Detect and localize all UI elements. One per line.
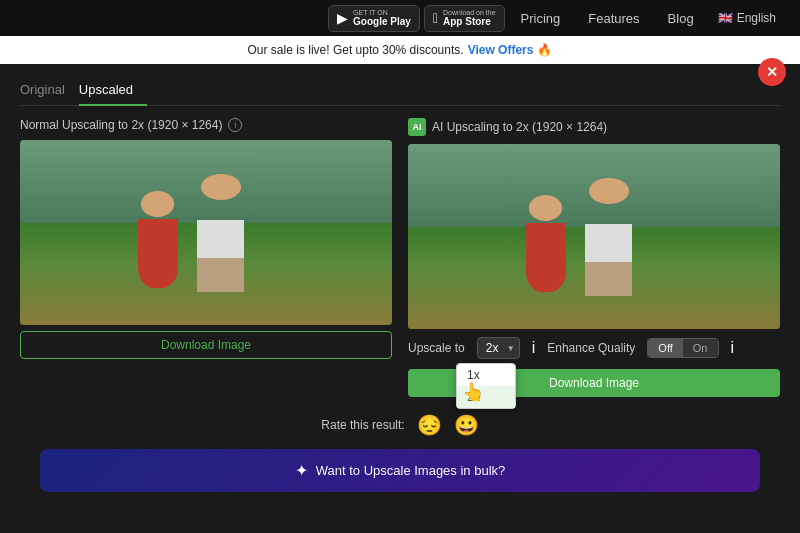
tab-original[interactable]: Original <box>20 76 79 105</box>
happy-emoji-button[interactable]: 😀 <box>454 413 479 437</box>
comparison-row: Normal Upscaling to 2x (1920 × 1264) i <box>20 118 780 397</box>
promo-text: Our sale is live! Get upto 30% discounts… <box>248 43 464 57</box>
promo-emoji: 🔥 <box>537 43 552 57</box>
dropdown-popup: 1x 2x <box>456 363 516 409</box>
left-info-icon[interactable]: i <box>228 118 242 132</box>
controls-row: Upscale to 1x 2x ▼ i Enhance Quality Off… <box>408 337 780 359</box>
bottom-banner-text: Want to Upscale Images in bulk? <box>316 463 506 478</box>
google-play-btn[interactable]: ▶ GET IT ON Google Play <box>328 5 420 32</box>
promo-banner: Our sale is live! Get upto 30% discounts… <box>0 36 800 64</box>
ai-icon: AI <box>408 118 426 136</box>
bottom-banner: ✦ Want to Upscale Images in bulk? <box>40 449 760 492</box>
top-nav: ▶ GET IT ON Google Play  Download on th… <box>0 0 800 36</box>
right-controls: Upscale to 1x 2x ▼ i Enhance Quality Off… <box>408 337 780 397</box>
right-col-header: AI AI Upscaling to 2x (1920 × 1264) <box>408 118 780 136</box>
sad-emoji-button[interactable]: 😔 <box>417 413 442 437</box>
toggle-group: Off On <box>647 338 718 358</box>
app-store-label: Download on the App Store <box>443 9 496 28</box>
blog-link[interactable]: Blog <box>656 11 706 26</box>
main-content: Original Upscaled Normal Upscaling to 2x… <box>0 64 800 492</box>
rate-label: Rate this result: <box>321 418 404 432</box>
view-offers-link[interactable]: View Offers <box>468 43 534 57</box>
apple-icon:  <box>433 11 438 25</box>
right-col-title: AI Upscaling to 2x (1920 × 1264) <box>432 120 607 134</box>
enhance-info-icon[interactable]: i <box>731 339 735 357</box>
rate-row: Rate this result: 😔 😀 <box>20 413 780 437</box>
left-download-button[interactable]: Download Image <box>20 331 392 359</box>
left-image <box>20 140 392 325</box>
dropdown-option-1x[interactable]: 1x <box>457 364 515 386</box>
left-column: Normal Upscaling to 2x (1920 × 1264) i <box>20 118 392 397</box>
bulk-icon: ✦ <box>295 461 308 480</box>
google-play-label: GET IT ON Google Play <box>353 9 411 28</box>
language-selector[interactable]: 🇬🇧 English <box>710 11 784 25</box>
tab-upscaled[interactable]: Upscaled <box>79 76 147 105</box>
features-link[interactable]: Features <box>576 11 651 26</box>
pricing-link[interactable]: Pricing <box>509 11 573 26</box>
dropdown-option-2x[interactable]: 2x <box>457 386 515 408</box>
tabs: Original Upscaled <box>20 76 780 106</box>
left-col-title: Normal Upscaling to 2x (1920 × 1264) <box>20 118 222 132</box>
toggle-on-button[interactable]: On <box>683 339 718 357</box>
left-col-header: Normal Upscaling to 2x (1920 × 1264) i <box>20 118 392 132</box>
upscale-select[interactable]: 1x 2x <box>477 337 520 359</box>
app-store-btn[interactable]:  Download on the App Store <box>424 5 505 32</box>
google-play-icon: ▶ <box>337 11 348 25</box>
flag-icon: 🇬🇧 <box>718 11 733 25</box>
toggle-off-button[interactable]: Off <box>648 339 682 357</box>
right-image <box>408 144 780 329</box>
right-column: AI AI Upscaling to 2x (1920 × 1264) <box>408 118 780 397</box>
upscale-select-wrapper: 1x 2x ▼ <box>477 337 520 359</box>
right-info-icon[interactable]: i <box>532 339 536 357</box>
upscale-label: Upscale to <box>408 341 465 355</box>
close-button[interactable]: ✕ <box>758 58 786 86</box>
enhance-label: Enhance Quality <box>547 341 635 355</box>
